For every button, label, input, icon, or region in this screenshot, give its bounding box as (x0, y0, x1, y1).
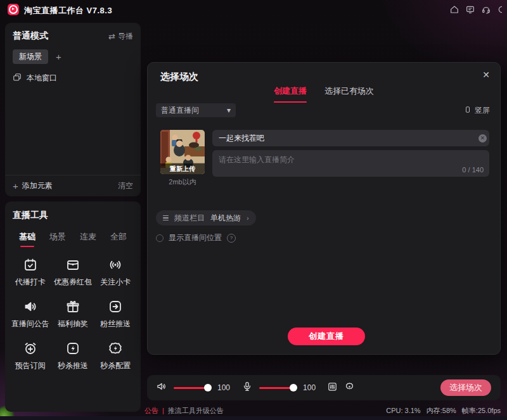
app-title: 淘宝直播工作台 V7.8.3 (24, 5, 112, 16)
control-bar: 100 100 选择场次 (147, 375, 501, 400)
create-live-button[interactable]: 创建直播 (288, 328, 365, 345)
add-element-label: 添加元素 (22, 181, 53, 191)
swap-icon: ⇄ (108, 32, 115, 41)
clipped-toolbar-icon[interactable] (497, 4, 502, 15)
director-label: 导播 (118, 31, 133, 42)
tools-panel-title: 直播工具 (13, 210, 48, 220)
speaker-slider-knob[interactable] (204, 384, 212, 391)
mic-volume-slider[interactable] (259, 387, 294, 389)
speaker-volume-slider[interactable] (174, 387, 209, 389)
reupload-overlay[interactable]: 重新上传 (160, 163, 205, 174)
add-element-button[interactable]: + 添加元素 (13, 181, 53, 191)
layer-item-label: 本地窗口 (27, 73, 57, 84)
settings-gear-icon[interactable] (344, 381, 355, 395)
tool-checkin[interactable]: 代播打卡 (9, 257, 51, 288)
broadcast-signal-icon (108, 257, 123, 272)
mic-slider-knob[interactable] (290, 384, 297, 391)
mic-icon[interactable] (241, 381, 253, 395)
tool-coupon-redpacket[interactable]: 优惠券红包 (51, 257, 94, 288)
scene-tab-new[interactable]: 新场景 (13, 49, 48, 64)
speaker-volume-icon[interactable] (156, 381, 167, 395)
live-title-input[interactable] (212, 130, 489, 146)
category-list-icon (163, 215, 169, 221)
gift-icon (65, 299, 80, 314)
flash-square-icon (65, 341, 80, 356)
tab-create-live[interactable]: 创建直播 (274, 86, 307, 103)
plus-icon: + (13, 181, 18, 191)
flash-gear-icon (108, 341, 123, 356)
tool-tab-all[interactable]: 全部 (110, 231, 127, 247)
headset-icon[interactable] (481, 4, 491, 15)
status-bar: 公告 | 推流工具升级公告 CPU: 3.1% 内存:58% 帧率:25.0fp… (144, 405, 501, 416)
app-logo-icon (8, 4, 19, 15)
alarm-plus-icon (23, 341, 38, 356)
add-scene-button[interactable]: + (56, 52, 61, 61)
category-selector[interactable]: 频道栏目 单机热游 › (156, 210, 256, 226)
show-location-radio[interactable] (156, 234, 164, 242)
clear-input-icon[interactable]: ✕ (478, 134, 487, 143)
show-location-label: 显示直播间位置 (169, 232, 222, 243)
tool-tab-scene[interactable]: 场景 (49, 231, 66, 247)
live-description-textarea[interactable]: 请在这里输入直播简介 0 / 140 (212, 150, 489, 177)
cpu-stat: CPU: 3.1% (386, 407, 420, 414)
notice-text[interactable]: 推流工具升级公告 (168, 406, 224, 416)
phone-portrait-icon (464, 106, 472, 115)
director-mode-button[interactable]: ⇄ 导播 (108, 31, 133, 42)
description-placeholder: 请在这里输入直播简介 (219, 155, 295, 165)
notice-separator: | (162, 407, 164, 414)
portrait-label: 竖屏 (475, 105, 490, 116)
mic-volume-value: 100 (303, 383, 316, 392)
tool-room-announcement[interactable]: 直播间公告 (9, 299, 51, 329)
room-type-select[interactable]: 普通直播间 ▾ (156, 103, 236, 117)
memory-stat: 内存:58% (427, 407, 456, 414)
select-session-button[interactable]: 选择场次 (440, 379, 491, 396)
size-hint: 2mb以内 (160, 177, 205, 187)
tool-flashsale-config[interactable]: 秒杀配置 (94, 341, 137, 371)
titlebar: 淘宝直播工作台 V7.8.3 (0, 0, 507, 19)
modal-title: 选择场次 (160, 71, 198, 83)
category-value: 单机热游 (210, 213, 241, 224)
chevron-right-icon: › (247, 214, 249, 222)
category-label: 频道栏目 (174, 213, 205, 224)
cover-thumbnail[interactable]: 重新上传 (160, 130, 205, 174)
mixer-icon[interactable] (327, 381, 338, 395)
tab-existing-session[interactable]: 选择已有场次 (324, 86, 374, 103)
tool-lottery[interactable]: 福利抽奖 (51, 299, 94, 329)
push-arrow-icon (108, 299, 123, 314)
close-icon[interactable]: ✕ (482, 70, 490, 80)
char-counter: 0 / 140 (462, 166, 484, 174)
calendar-check-icon (23, 257, 38, 272)
notice-label: 公告 (144, 406, 158, 416)
help-icon[interactable]: ? (227, 234, 236, 243)
tool-preview-subscribe[interactable]: 预告订阅 (9, 341, 51, 371)
scene-panel-title: 普通模式 (13, 30, 48, 42)
select-session-modal: 选择场次 ✕ 创建直播 选择已有场次 普通直播间 ▾ 竖屏 (147, 62, 501, 355)
bottom-edge-strip (0, 416, 507, 420)
coupon-icon (65, 257, 80, 272)
tool-flashsale-push[interactable]: 秒杀推送 (51, 341, 94, 371)
system-stats: CPU: 3.1% 内存:58% 帧率:25.0fps (382, 406, 501, 416)
fps-stat: 帧率:25.0fps (462, 407, 501, 414)
scene-panel: 普通模式 ⇄ 导播 新场景 + 本地窗口 + 添加元素 清空 (5, 23, 141, 196)
home-icon[interactable] (449, 4, 459, 15)
live-tools-panel: 直播工具 基础 场景 连麦 全部 代播打卡 优惠券红包 关注小卡 (5, 201, 141, 412)
room-type-value: 普通直播间 (161, 105, 199, 116)
tool-tab-basic[interactable]: 基础 (19, 231, 35, 247)
window-icon (13, 73, 22, 84)
tool-follow-card[interactable]: 关注小卡 (94, 257, 137, 288)
chevron-down-icon: ▾ (227, 106, 231, 115)
speaker-icon (23, 299, 38, 314)
layer-item-local-window[interactable]: 本地窗口 (5, 64, 141, 84)
tool-fan-push[interactable]: 粉丝推送 (94, 299, 137, 329)
portrait-mode-button[interactable]: 竖屏 (464, 105, 490, 116)
tool-tab-mic[interactable]: 连麦 (80, 231, 96, 247)
clear-button[interactable]: 清空 (118, 181, 133, 191)
speaker-volume-value: 100 (217, 383, 230, 392)
message-panel-icon[interactable] (465, 4, 475, 15)
